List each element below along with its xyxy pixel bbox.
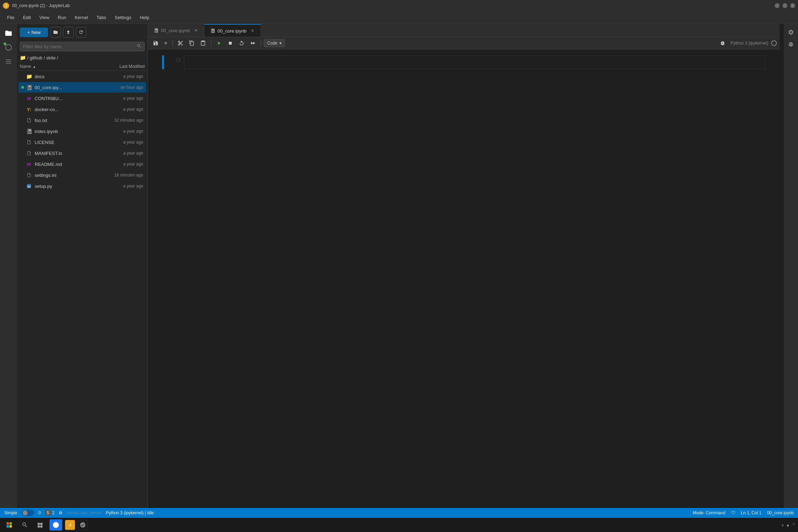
taskbar-system-tray: ∧ ▲ ⌃ xyxy=(781,523,795,527)
task-view-button[interactable] xyxy=(34,519,47,531)
titlebar: J 00_core.ipynb (2) - JupyterLab ─ □ ✕ xyxy=(0,0,798,11)
status-left: Simple 0 S 2 ⚙ conda: jlab_server Python… xyxy=(4,510,154,516)
breadcrumb: 📁 / github / skite / xyxy=(17,53,148,63)
list-item[interactable]: MANIFEST.in a year ago xyxy=(18,148,146,158)
search-box xyxy=(20,42,145,51)
paste-button[interactable] xyxy=(198,39,208,47)
list-item[interactable]: settings.ini 18 minutes ago xyxy=(18,170,146,180)
cell-0[interactable]: [ ]: xyxy=(162,55,765,69)
tab-0[interactable]: 📓 00_core.ipynb ✕ xyxy=(148,24,204,37)
sort-name-button[interactable]: Name ▲ xyxy=(20,64,99,69)
list-item[interactable]: M CONTRIBU... a year ago xyxy=(18,93,146,104)
upload-button[interactable] xyxy=(63,27,74,37)
tray-arrow[interactable]: ∧ xyxy=(781,523,784,527)
bug-icon[interactable] xyxy=(786,39,796,50)
file-list-header: Name ▲ Last Modified xyxy=(17,63,148,71)
refresh-button[interactable] xyxy=(76,27,86,37)
notebook-content[interactable]: [ ]: xyxy=(148,50,780,508)
maximize-button[interactable]: □ xyxy=(782,3,787,8)
tab-1[interactable]: 📓 00_core.ipynb ✕ xyxy=(204,24,261,37)
svg-rect-3 xyxy=(7,522,9,525)
kernel-debug-button[interactable] xyxy=(718,39,728,47)
window-title: 00_core.ipynb (2) - JupyterLab xyxy=(12,3,775,8)
app-taskbar-icon-1[interactable]: J xyxy=(65,520,75,530)
new-button[interactable]: + New xyxy=(20,28,48,37)
close-button[interactable]: ✕ xyxy=(790,3,795,8)
status-right: Mode: Command 🛡 Ln 1, Col 1 00_core.ipyn… xyxy=(693,510,794,515)
menu-help[interactable]: Help xyxy=(135,13,154,22)
windows-start-button[interactable] xyxy=(3,519,16,531)
kernel-label: Python 3 (ipykernel) xyxy=(730,41,768,46)
file-name: README.md xyxy=(35,162,97,167)
main-content: + New 📁 / github / skite / xyxy=(0,24,798,508)
file-name: docs xyxy=(35,74,97,79)
copy-button[interactable] xyxy=(187,39,197,47)
add-cell-button[interactable]: + xyxy=(162,39,169,48)
menu-view[interactable]: View xyxy=(35,13,53,22)
text-icon xyxy=(25,117,33,124)
list-item[interactable]: 📓 00_core.ipy... an hour ago xyxy=(18,82,146,93)
menubar: File Edit View Run Kernel Tabs Settings … xyxy=(0,11,798,24)
list-item[interactable]: M README.md a year ago xyxy=(18,159,146,169)
cell-editor[interactable] xyxy=(184,55,765,69)
file-name: MANIFEST.in xyxy=(35,151,97,156)
file-date: 18 minutes ago xyxy=(97,173,143,178)
activity-running[interactable] xyxy=(2,41,15,54)
run-button[interactable] xyxy=(214,39,224,47)
stop-button[interactable] xyxy=(225,39,235,47)
fast-forward-button[interactable] xyxy=(248,39,258,47)
menu-run[interactable]: Run xyxy=(53,13,70,22)
menu-tabs[interactable]: Tabs xyxy=(92,13,110,22)
toggle-knob xyxy=(23,510,28,515)
file-name: setup.py xyxy=(35,184,97,189)
menu-kernel[interactable]: Kernel xyxy=(70,13,92,22)
file-date: 32 minutes ago xyxy=(97,118,143,123)
cut-button[interactable] xyxy=(175,39,185,47)
divider xyxy=(211,40,211,47)
yaml-icon: Y: xyxy=(25,106,33,113)
open-folder-button[interactable] xyxy=(50,27,61,37)
zero-badge: 0 xyxy=(39,510,41,515)
status-gear-badge: ⚙ xyxy=(59,510,63,515)
tab-label-1: 00_core.ipynb xyxy=(218,28,247,34)
cell-type-label: Code xyxy=(267,41,277,46)
tray-arrow-up[interactable]: ⌃ xyxy=(792,523,795,527)
edge-taskbar-icon[interactable] xyxy=(50,519,62,531)
list-item[interactable]: Y: docker-co... a year ago xyxy=(18,104,146,115)
tab-close-0[interactable]: ✕ xyxy=(193,27,198,34)
restart-button[interactable] xyxy=(237,39,247,47)
list-item[interactable]: LICENSE a year ago xyxy=(18,137,146,148)
tray-clock: ▲ xyxy=(786,523,790,527)
search-input[interactable] xyxy=(23,44,137,49)
save-button[interactable] xyxy=(151,39,161,47)
list-item[interactable]: 📓 index.ipynb a year ago xyxy=(18,126,146,137)
kernel-status-indicator xyxy=(771,40,777,46)
kernel-status-label: Python 3 (ipykernel) | Idle xyxy=(106,510,154,515)
settings-icon[interactable] xyxy=(786,27,796,37)
file-date: a year ago xyxy=(97,96,143,101)
date-column-header: Last Modified xyxy=(99,64,145,69)
list-item[interactable]: py setup.py a year ago xyxy=(18,181,146,191)
activity-files[interactable] xyxy=(2,27,15,40)
tab-close-1[interactable]: ✕ xyxy=(250,28,255,34)
svg-rect-6 xyxy=(10,525,12,528)
notebook-area: 📓 00_core.ipynb ✕ 📓 00_core.ipynb ✕ + xyxy=(148,24,780,508)
minimize-button[interactable]: ─ xyxy=(775,3,780,8)
menu-file[interactable]: File xyxy=(3,13,19,22)
menu-settings[interactable]: Settings xyxy=(110,13,135,22)
list-item[interactable]: foo.txt 32 minutes ago xyxy=(18,115,146,126)
file-date: a year ago xyxy=(97,151,143,156)
list-item[interactable]: 📁 docs a year ago xyxy=(18,71,146,82)
search-taskbar-button[interactable] xyxy=(18,519,31,531)
file-name: docker-co... xyxy=(35,107,97,112)
activity-commands[interactable] xyxy=(2,55,15,68)
menu-edit[interactable]: Edit xyxy=(19,13,35,22)
cell-type-select[interactable]: Code ▾ xyxy=(264,39,285,47)
markdown-icon: M xyxy=(25,95,33,102)
vertical-scrollbar[interactable] xyxy=(780,24,784,508)
app-taskbar-icon-2[interactable] xyxy=(78,520,88,530)
active-indicator xyxy=(21,86,24,89)
simple-toggle[interactable] xyxy=(22,510,34,516)
search-icon xyxy=(137,44,141,50)
sort-arrow-icon: ▲ xyxy=(33,65,36,69)
